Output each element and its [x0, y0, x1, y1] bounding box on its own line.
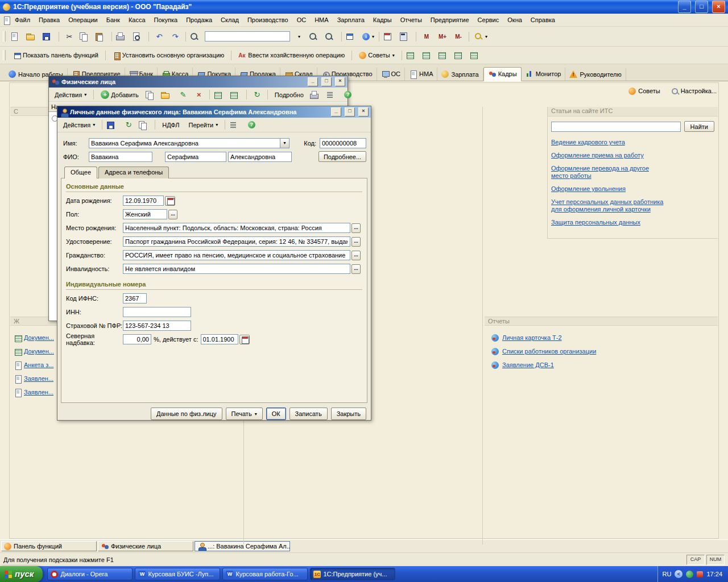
output-list-icon[interactable] — [228, 120, 243, 130]
memory-plus-button[interactable]: М+ — [435, 30, 450, 43]
tab-general[interactable]: Общее — [64, 167, 97, 178]
name-input[interactable] — [89, 138, 289, 148]
tab-monitor[interactable]: Монитор — [522, 68, 566, 81]
reread-icon[interactable]: ↻ — [121, 119, 136, 131]
open-icon[interactable] — [25, 31, 40, 41]
edit-icon[interactable]: ✎ — [176, 89, 191, 101]
report-link[interactable]: Личная карточка Т-2 — [502, 334, 562, 341]
undo-icon[interactable]: ↶ — [152, 30, 167, 43]
birth-date-calendar-button[interactable] — [165, 196, 175, 206]
its-link[interactable]: Оформление увольнения — [551, 185, 668, 193]
service-button[interactable]: ▾ — [472, 30, 489, 43]
menu-edit[interactable]: Правка — [35, 15, 64, 25]
tab-addresses[interactable]: Адреса и телефоны — [98, 167, 169, 178]
close-button[interactable]: × — [712, 1, 725, 13]
memory-minus-button[interactable]: М- — [451, 30, 466, 43]
journal-icon[interactable] — [437, 50, 452, 60]
menu-cash[interactable]: Касса — [125, 15, 150, 25]
menu-sale[interactable]: Продажа — [182, 15, 216, 25]
its-link[interactable]: Оформление перевода на другое место рабо… — [551, 165, 668, 180]
hierarchy-icon[interactable] — [229, 90, 243, 100]
save-icon[interactable] — [105, 120, 120, 130]
document-link[interactable]: Заявлен... — [24, 375, 53, 382]
its-search-input[interactable] — [551, 122, 681, 132]
first-name-input[interactable] — [165, 152, 226, 162]
goto-button[interactable]: Перейти▾ — [185, 119, 222, 131]
its-link[interactable]: Оформление приема на работу — [551, 152, 668, 159]
toolbar-grip[interactable] — [3, 50, 6, 60]
redo-icon[interactable]: ↷ — [168, 30, 183, 43]
list-settings-icon[interactable] — [213, 90, 228, 100]
actions-button[interactable]: Действия▾ — [59, 119, 99, 131]
close-button[interactable]: × — [335, 77, 345, 86]
gender-input[interactable] — [123, 209, 167, 219]
last-name-input[interactable] — [89, 152, 152, 162]
paste-icon[interactable] — [94, 31, 109, 41]
menu-operations[interactable]: Операции — [64, 15, 101, 25]
inn-input[interactable] — [123, 307, 191, 317]
print-preview-icon[interactable] — [131, 31, 146, 41]
details-button[interactable]: Подробно — [271, 89, 308, 101]
identity-document-select-button[interactable]: ... — [351, 237, 361, 247]
desktop-tips-button[interactable]: Советы — [628, 88, 660, 95]
restore-button[interactable]: □ — [695, 1, 708, 13]
menu-windows[interactable]: Окна — [503, 15, 526, 25]
disability-input[interactable] — [123, 264, 350, 274]
maximize-button[interactable]: □ — [321, 77, 332, 86]
menu-file[interactable]: Файл — [11, 15, 34, 25]
minimize-button[interactable]: _ — [308, 77, 318, 86]
menu-help[interactable]: Справка — [527, 15, 559, 25]
set-main-organization-button[interactable]: Установить основную организацию — [109, 49, 229, 61]
menu-purchase[interactable]: Покупка — [150, 15, 182, 25]
show-function-panel-button[interactable]: Показать панель функций — [9, 49, 102, 61]
print-icon[interactable] — [115, 31, 130, 41]
code-input[interactable] — [320, 138, 366, 148]
enter-business-operation-button[interactable]: Ввести хозяйственную операцию — [234, 49, 349, 61]
document-link[interactable]: Докумен... — [24, 334, 54, 341]
actions-button[interactable]: Действия▾ — [51, 89, 90, 101]
tab-zarplata[interactable]: Зарплата — [437, 68, 483, 81]
tab-kadry[interactable]: Кадры — [483, 67, 522, 81]
search-icon[interactable] — [189, 31, 204, 41]
delete-icon[interactable]: × — [192, 89, 206, 101]
menu-salary[interactable]: Зарплата — [333, 15, 369, 25]
menu-reports[interactable]: Отчеты — [396, 15, 426, 25]
mdi-button-persons[interactable]: Физические лица — [98, 541, 193, 551]
quick-search-input[interactable] — [205, 31, 290, 41]
menu-nma[interactable]: НМА — [311, 15, 332, 25]
identity-document-input[interactable] — [123, 236, 350, 247]
document-link[interactable]: Заявлен... — [24, 389, 53, 396]
birth-date-input[interactable] — [123, 196, 164, 206]
taskbar-task-word-1[interactable]: Курсовая БУИС -Луп... — [135, 568, 220, 580]
more-details-button[interactable]: Подробнее... — [318, 151, 366, 162]
refresh-icon[interactable]: ↻ — [250, 89, 264, 101]
journal-icon[interactable] — [469, 50, 483, 60]
its-find-button[interactable]: Найти — [684, 121, 714, 132]
its-link[interactable]: Учет персональных данных работника для о… — [551, 198, 668, 213]
add-group-icon[interactable] — [160, 90, 175, 100]
menu-bank[interactable]: Банк — [102, 15, 124, 25]
menu-hr[interactable]: Кадры — [369, 15, 396, 25]
find-next-icon[interactable] — [308, 31, 322, 41]
taskbar-task-1c[interactable]: 1С:Предприятие (уч... — [310, 568, 395, 580]
taskbar-task-word-2[interactable]: Курсовая работа-Го... — [222, 568, 308, 580]
search-dropdown-icon[interactable]: ▾ — [292, 30, 307, 43]
menu-os[interactable]: ОС — [293, 15, 311, 25]
taskbar-task-opera[interactable]: Диалоги - Opera — [47, 568, 133, 580]
northern-allowance-calendar-button[interactable] — [239, 335, 250, 344]
citizenship-input[interactable] — [123, 250, 350, 260]
calendar-icon[interactable] — [382, 31, 397, 41]
tab-rukovoditelyu[interactable]: Руководителю — [565, 68, 626, 81]
save-button[interactable]: Записать — [289, 408, 328, 420]
print-button[interactable]: Печать▾ — [226, 408, 263, 420]
northern-allowance-date-input[interactable] — [201, 334, 238, 344]
save-icon[interactable] — [41, 31, 56, 41]
document-link[interactable]: Анкета з... — [24, 361, 53, 368]
tray-app-icon[interactable] — [697, 571, 703, 577]
its-link[interactable]: Защита персональных данных — [551, 219, 668, 226]
mdi-button-person-data[interactable]: ...: Вавакина Серафима Ал... — [195, 541, 290, 551]
minimize-button[interactable]: _ — [678, 1, 691, 13]
cut-icon[interactable]: ✂ — [62, 30, 77, 43]
print-icon[interactable] — [309, 90, 324, 100]
journal-icon[interactable] — [453, 50, 468, 60]
